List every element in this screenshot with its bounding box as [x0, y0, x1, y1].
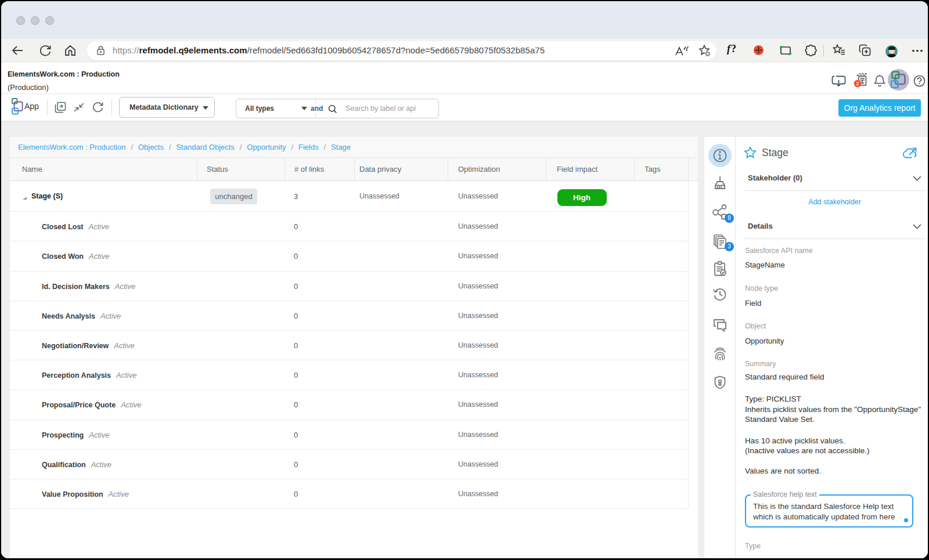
svg-text:2: 2: [856, 80, 859, 86]
